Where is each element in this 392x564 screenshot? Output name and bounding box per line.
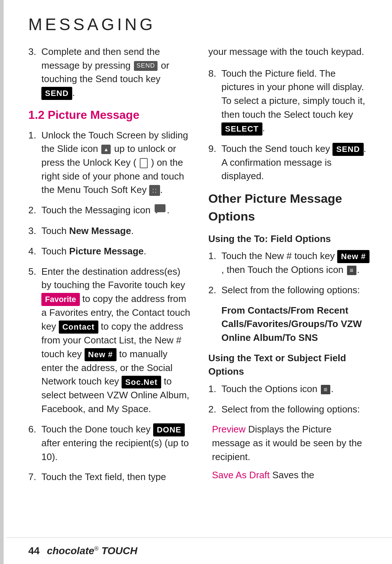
- options-icon-1: [347, 266, 356, 275]
- item-7-num: 7.: [28, 470, 38, 484]
- section-heading-picture-message: 1.2 Picture Message: [28, 106, 190, 123]
- new-hash-badge-2: New #: [337, 250, 369, 263]
- send-badge: SEND: [41, 87, 72, 100]
- page-title: MESSAGING: [28, 15, 370, 34]
- item-3-text: Touch New Message.: [41, 224, 190, 238]
- text-field-item-2: 2. Select from the following options:: [208, 403, 370, 416]
- save-draft-text: Saves the: [272, 470, 314, 480]
- save-draft-label: Save As Draft: [212, 470, 270, 480]
- right-column: your message with the touch keypad. 8. T…: [208, 45, 370, 523]
- done-badge: DONE: [153, 423, 185, 436]
- item-2-text: Touch the Messaging icon .: [41, 204, 190, 218]
- item-4-num: 4.: [28, 245, 38, 258]
- step-7-continued: your message with the touch keypad.: [208, 45, 370, 59]
- other-options-heading: Other Picture Message Options: [208, 190, 370, 226]
- item-1-num: 1.: [28, 129, 38, 197]
- item-6-num: 6.: [28, 423, 38, 464]
- to-item-1-num: 1.: [208, 249, 219, 277]
- item-9-num: 9.: [208, 142, 219, 183]
- text-item-2-text: Select from the following options:: [221, 403, 370, 416]
- text-field-heading: Using the Text or Subject Field Options: [208, 351, 370, 379]
- text-item-1-text: Touch the Options icon .: [221, 382, 370, 396]
- favorite-badge: Favorite: [41, 293, 80, 306]
- list-item-8: 8. Touch the Picture field. The pictures…: [208, 67, 370, 136]
- item-7-text: Touch the Text field, then type: [41, 470, 190, 484]
- step-3-text: Complete and then send the message by pr…: [41, 45, 190, 100]
- item-8-text: Touch the Picture field. The pictures in…: [221, 67, 370, 136]
- step-3-item: 3. Complete and then send the message by…: [28, 45, 190, 100]
- list-item-1: 1. Unlock the Touch Screen by sliding th…: [28, 129, 190, 197]
- send-badge-9: SEND: [332, 143, 363, 156]
- item-9-text: Touch the Send touch key SEND. A confirm…: [221, 142, 370, 183]
- list-item-4: 4. Touch Picture Message.: [28, 245, 190, 258]
- page: MESSAGING 3. Complete and then send the …: [0, 0, 392, 564]
- to-item-2-text: Select from the following options:: [221, 283, 370, 297]
- footer-page-number: 44: [28, 545, 40, 557]
- item-4-text: Touch Picture Message.: [41, 245, 190, 258]
- list-item-2: 2. Touch the Messaging icon .: [28, 204, 190, 218]
- messaging-icon: [154, 204, 166, 218]
- options-icon-2: [321, 385, 330, 394]
- footer-brand: chocolate® TOUCH: [47, 545, 137, 557]
- two-column-layout: 3. Complete and then send the message by…: [28, 45, 370, 523]
- preview-option: Preview Displays the Picture message as …: [212, 423, 370, 464]
- select-badge: SELECT: [221, 122, 262, 136]
- svg-rect-0: [155, 204, 166, 212]
- other-options-section: Other Picture Message Options Using the …: [208, 190, 370, 482]
- brand-name: chocolate: [47, 545, 94, 556]
- to-field-item-2: 2. Select from the following options:: [208, 283, 370, 297]
- to-item-2-num: 2.: [208, 283, 219, 297]
- list-item-5: 5. Enter the destination address(es) by …: [28, 265, 190, 416]
- text-item-2-num: 2.: [208, 403, 219, 416]
- menu-dots-icon: ::: [149, 185, 160, 196]
- main-content: MESSAGING 3. Complete and then send the …: [7, 0, 392, 537]
- slide-icon: [101, 145, 111, 154]
- send-small-icon: SEND: [134, 61, 158, 71]
- left-column: 3. Complete and then send the message by…: [28, 45, 190, 523]
- text-item-1-num: 1.: [208, 382, 219, 396]
- item-1-text: Unlock the Touch Screen by sliding the S…: [41, 129, 190, 197]
- phone-icon: [140, 158, 148, 168]
- to-field-heading: Using the To: Field Options: [208, 232, 370, 246]
- list-item-3: 3. Touch New Message.: [28, 224, 190, 238]
- item-3-num: 3.: [28, 224, 38, 238]
- list-item-7: 7. Touch the Text field, then type: [28, 470, 190, 484]
- to-field-item-1: 1. Touch the New # touch key New #, then…: [208, 249, 370, 277]
- page-footer: 44 chocolate® TOUCH: [7, 537, 392, 564]
- list-item-9: 9. Touch the Send touch key SEND. A conf…: [208, 142, 370, 183]
- item-5-text: Enter the destination address(es) by tou…: [41, 265, 190, 416]
- picture-message-bold: Picture Message: [69, 246, 144, 257]
- item-8-num: 8.: [208, 67, 219, 136]
- from-contacts-options: From Contacts/From Recent Calls/Favorite…: [221, 304, 370, 345]
- item-5-num: 5.: [28, 265, 38, 416]
- step-3-num: 3.: [28, 45, 38, 100]
- socnet-badge: Soc.Net: [122, 376, 161, 389]
- list-item-6: 6. Touch the Done touch key DONE after e…: [28, 423, 190, 464]
- new-hash-badge-1: New #: [85, 348, 117, 361]
- item-2-num: 2.: [28, 204, 38, 218]
- svg-marker-1: [156, 212, 158, 214]
- new-message-bold: New Message: [69, 225, 131, 236]
- text-field-item-1: 1. Touch the Options icon .: [208, 382, 370, 396]
- item-6-text: Touch the Done touch key DONE after ente…: [41, 423, 190, 464]
- from-contacts-text: From Contacts/From Recent Calls/Favorite…: [221, 304, 370, 345]
- left-accent-bar: [0, 0, 4, 564]
- contact-badge: Contact: [59, 321, 98, 334]
- preview-label: Preview: [212, 424, 245, 435]
- brand-model: TOUCH: [101, 545, 137, 556]
- save-draft-option: Save As Draft Saves the: [212, 468, 370, 482]
- to-item-1-text: Touch the New # touch key New #, then To…: [221, 249, 370, 277]
